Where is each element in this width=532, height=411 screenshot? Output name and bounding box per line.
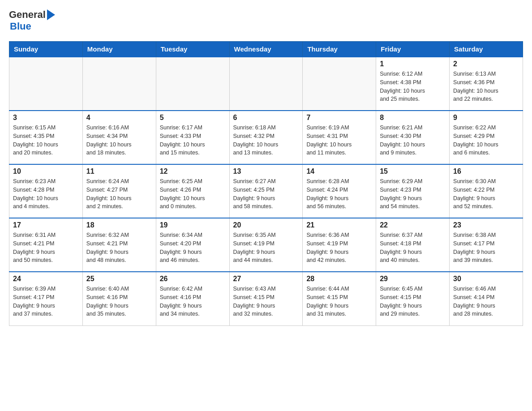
day-number: 5 [160, 114, 226, 122]
calendar-cell [82, 57, 156, 111]
day-number: 26 [160, 275, 226, 283]
day-number: 23 [453, 221, 519, 229]
day-number: 13 [233, 167, 299, 176]
calendar-cell: 12Sunrise: 6:25 AM Sunset: 4:26 PM Dayli… [156, 164, 229, 218]
day-info: Sunrise: 6:28 AM Sunset: 4:24 PM Dayligh… [306, 177, 372, 211]
day-number: 20 [233, 221, 299, 229]
day-info: Sunrise: 6:46 AM Sunset: 4:14 PM Dayligh… [453, 285, 519, 318]
calendar-cell: 20Sunrise: 6:35 AM Sunset: 4:19 PM Dayli… [229, 218, 303, 272]
day-number: 3 [13, 114, 79, 122]
calendar-cell: 8Sunrise: 6:21 AM Sunset: 4:30 PM Daylig… [376, 111, 450, 164]
calendar-cell: 28Sunrise: 6:44 AM Sunset: 4:15 PM Dayli… [303, 272, 376, 325]
day-info: Sunrise: 6:43 AM Sunset: 4:15 PM Dayligh… [233, 285, 299, 318]
week-row-4: 17Sunrise: 6:31 AM Sunset: 4:21 PM Dayli… [9, 218, 523, 272]
week-row-5: 24Sunrise: 6:39 AM Sunset: 4:17 PM Dayli… [9, 272, 523, 325]
calendar-cell: 7Sunrise: 6:19 AM Sunset: 4:31 PM Daylig… [303, 111, 376, 164]
day-info: Sunrise: 6:22 AM Sunset: 4:29 PM Dayligh… [453, 124, 519, 157]
calendar-cell: 13Sunrise: 6:27 AM Sunset: 4:25 PM Dayli… [229, 164, 303, 218]
day-number: 2 [453, 60, 519, 68]
day-number: 28 [306, 275, 372, 283]
day-info: Sunrise: 6:12 AM Sunset: 4:38 PM Dayligh… [380, 70, 446, 103]
day-info: Sunrise: 6:40 AM Sunset: 4:16 PM Dayligh… [86, 285, 152, 318]
week-row-2: 3Sunrise: 6:15 AM Sunset: 4:35 PM Daylig… [9, 111, 523, 164]
calendar-cell: 23Sunrise: 6:38 AM Sunset: 4:17 PM Dayli… [450, 218, 523, 272]
calendar-cell: 27Sunrise: 6:43 AM Sunset: 4:15 PM Dayli… [229, 272, 303, 325]
weekday-header-tuesday: Tuesday [156, 42, 229, 57]
day-number: 17 [13, 221, 79, 229]
day-number: 25 [86, 275, 152, 283]
calendar-cell: 21Sunrise: 6:36 AM Sunset: 4:19 PM Dayli… [303, 218, 376, 272]
day-info: Sunrise: 6:23 AM Sunset: 4:28 PM Dayligh… [13, 177, 79, 211]
day-number: 14 [306, 167, 372, 176]
calendar-cell [229, 57, 303, 111]
week-row-3: 10Sunrise: 6:23 AM Sunset: 4:28 PM Dayli… [9, 164, 523, 218]
calendar-cell: 19Sunrise: 6:34 AM Sunset: 4:20 PM Dayli… [156, 218, 229, 272]
logo: General Blue [9, 9, 55, 32]
day-info: Sunrise: 6:19 AM Sunset: 4:31 PM Dayligh… [306, 124, 372, 157]
calendar-cell: 26Sunrise: 6:42 AM Sunset: 4:16 PM Dayli… [156, 272, 229, 325]
day-info: Sunrise: 6:18 AM Sunset: 4:32 PM Dayligh… [233, 124, 299, 157]
calendar-cell: 30Sunrise: 6:46 AM Sunset: 4:14 PM Dayli… [450, 272, 523, 325]
day-info: Sunrise: 6:21 AM Sunset: 4:30 PM Dayligh… [380, 124, 446, 157]
day-info: Sunrise: 6:34 AM Sunset: 4:20 PM Dayligh… [160, 231, 226, 265]
day-number: 15 [380, 167, 446, 176]
day-number: 9 [453, 114, 519, 122]
weekday-header-monday: Monday [82, 42, 156, 57]
day-info: Sunrise: 6:13 AM Sunset: 4:36 PM Dayligh… [453, 70, 519, 103]
day-number: 22 [380, 221, 446, 229]
day-number: 19 [160, 221, 226, 229]
calendar-cell: 25Sunrise: 6:40 AM Sunset: 4:16 PM Dayli… [82, 272, 156, 325]
day-number: 8 [380, 114, 446, 122]
day-number: 24 [13, 275, 79, 283]
week-row-1: 1Sunrise: 6:12 AM Sunset: 4:38 PM Daylig… [9, 57, 523, 111]
calendar-cell: 9Sunrise: 6:22 AM Sunset: 4:29 PM Daylig… [450, 111, 523, 164]
day-info: Sunrise: 6:32 AM Sunset: 4:21 PM Dayligh… [86, 231, 152, 265]
day-number: 1 [380, 60, 446, 68]
calendar-cell [303, 57, 376, 111]
day-number: 11 [86, 167, 152, 176]
calendar-cell [9, 57, 83, 111]
day-number: 4 [86, 114, 152, 122]
day-info: Sunrise: 6:36 AM Sunset: 4:19 PM Dayligh… [306, 231, 372, 265]
day-info: Sunrise: 6:29 AM Sunset: 4:23 PM Dayligh… [380, 177, 446, 211]
calendar-cell: 29Sunrise: 6:45 AM Sunset: 4:15 PM Dayli… [376, 272, 450, 325]
day-number: 7 [306, 114, 372, 122]
weekday-header-saturday: Saturday [450, 42, 523, 57]
day-info: Sunrise: 6:39 AM Sunset: 4:17 PM Dayligh… [13, 285, 79, 318]
calendar-cell: 2Sunrise: 6:13 AM Sunset: 4:36 PM Daylig… [450, 57, 523, 111]
calendar-cell: 22Sunrise: 6:37 AM Sunset: 4:18 PM Dayli… [376, 218, 450, 272]
day-info: Sunrise: 6:38 AM Sunset: 4:17 PM Dayligh… [453, 231, 519, 265]
day-info: Sunrise: 6:42 AM Sunset: 4:16 PM Dayligh… [160, 285, 226, 318]
calendar-cell: 5Sunrise: 6:17 AM Sunset: 4:33 PM Daylig… [156, 111, 229, 164]
day-number: 18 [86, 221, 152, 229]
page-header: General Blue [9, 9, 523, 32]
day-info: Sunrise: 6:25 AM Sunset: 4:26 PM Dayligh… [160, 177, 226, 211]
weekday-header-sunday: Sunday [9, 42, 83, 57]
day-number: 27 [233, 275, 299, 283]
day-info: Sunrise: 6:15 AM Sunset: 4:35 PM Dayligh… [13, 124, 79, 157]
calendar-cell [156, 57, 229, 111]
day-info: Sunrise: 6:17 AM Sunset: 4:33 PM Dayligh… [160, 124, 226, 157]
day-info: Sunrise: 6:44 AM Sunset: 4:15 PM Dayligh… [306, 285, 372, 318]
calendar-cell: 4Sunrise: 6:16 AM Sunset: 4:34 PM Daylig… [82, 111, 156, 164]
day-info: Sunrise: 6:27 AM Sunset: 4:25 PM Dayligh… [233, 177, 299, 211]
day-info: Sunrise: 6:24 AM Sunset: 4:27 PM Dayligh… [86, 177, 152, 211]
day-info: Sunrise: 6:16 AM Sunset: 4:34 PM Dayligh… [86, 124, 152, 157]
calendar-cell: 15Sunrise: 6:29 AM Sunset: 4:23 PM Dayli… [376, 164, 450, 218]
calendar-cell: 1Sunrise: 6:12 AM Sunset: 4:38 PM Daylig… [376, 57, 450, 111]
day-number: 6 [233, 114, 299, 122]
calendar-cell: 11Sunrise: 6:24 AM Sunset: 4:27 PM Dayli… [82, 164, 156, 218]
weekday-header-thursday: Thursday [303, 42, 376, 57]
day-number: 12 [160, 167, 226, 176]
day-info: Sunrise: 6:37 AM Sunset: 4:18 PM Dayligh… [380, 231, 446, 265]
calendar-cell: 18Sunrise: 6:32 AM Sunset: 4:21 PM Dayli… [82, 218, 156, 272]
calendar-table: SundayMondayTuesdayWednesdayThursdayFrid… [9, 41, 523, 326]
weekday-header-wednesday: Wednesday [229, 42, 303, 57]
weekday-header-friday: Friday [376, 42, 450, 57]
calendar-cell: 6Sunrise: 6:18 AM Sunset: 4:32 PM Daylig… [229, 111, 303, 164]
weekday-header-row: SundayMondayTuesdayWednesdayThursdayFrid… [9, 42, 523, 57]
logo-blue: Blue [10, 21, 31, 32]
day-number: 21 [306, 221, 372, 229]
calendar-cell: 14Sunrise: 6:28 AM Sunset: 4:24 PM Dayli… [303, 164, 376, 218]
calendar-cell: 24Sunrise: 6:39 AM Sunset: 4:17 PM Dayli… [9, 272, 83, 325]
